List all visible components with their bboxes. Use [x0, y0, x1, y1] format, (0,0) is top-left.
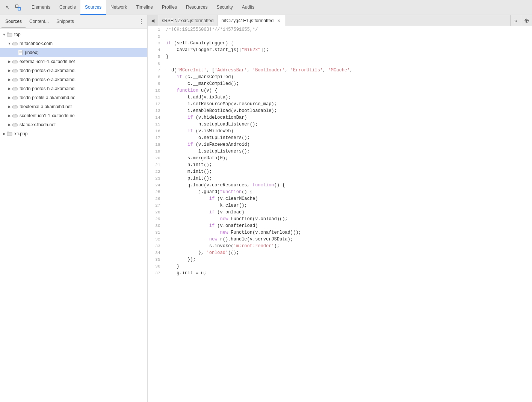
tree-label: fbcdn-photos-h-a.akamaihd.	[20, 86, 76, 91]
tree-item-scontent-icn1-1-xx-fbcdn-ne[interactable]: ▶scontent-icn1-1.xx.fbcdn.ne	[0, 111, 147, 120]
nav-tab-console[interactable]: Console	[55, 0, 80, 15]
cloud-icon	[12, 95, 18, 101]
tree-item--index-[interactable]: (index)	[0, 48, 147, 57]
line-number: 17	[148, 135, 163, 141]
tab-overflow-button[interactable]: »	[510, 15, 521, 26]
tree-item-external-icn1-1-xx-fbcdn-net[interactable]: ▶external-icn1-1.xx.fbcdn.net	[0, 57, 147, 66]
line-number: 14	[148, 114, 163, 121]
tree-label: static.xx.fbcdn.net	[20, 122, 56, 127]
tree-arrow: ▶	[7, 123, 12, 127]
file-icon	[17, 50, 23, 56]
code-row-11: 11 t.add(v.ixData);	[148, 94, 532, 101]
code-content: p.init();	[163, 175, 532, 182]
cloud-icon	[12, 104, 18, 110]
tree-arrow: ▶	[7, 105, 12, 109]
new-tab-button[interactable]: ⊕	[521, 15, 532, 26]
code-content: if (self.CavalryLogger) {	[163, 40, 532, 47]
code-content: n.init();	[163, 162, 532, 168]
code-row-12: 12 i.setResourceMap(v.resource_map);	[148, 101, 532, 107]
line-number: 8	[148, 74, 163, 80]
nav-tab-audits[interactable]: Audits	[237, 0, 259, 15]
line-number: 4	[148, 47, 163, 53]
tree-arrow: ▶	[7, 78, 12, 82]
code-content	[163, 33, 532, 40]
line-number: 2	[148, 33, 163, 40]
tree-label: fbcdn-photos-d-a.akamaihd.	[20, 68, 76, 73]
code-content: /*!CK:1912556063!*//*1457591655,*/	[163, 26, 532, 33]
cursor-icon[interactable]: ↖	[3, 3, 12, 12]
tree-item-fbcdn-profile-a-akamaihd-ne[interactable]: ▶fbcdn-profile-a.akamaihd.ne	[0, 93, 147, 102]
svg-rect-3	[7, 33, 9, 33]
tree-label: external-icn1-1.xx.fbcdn.net	[20, 59, 75, 64]
nav-tab-elements[interactable]: Elements	[27, 0, 55, 15]
code-row-24: 24 q.load(v.coreResources, function() {	[148, 182, 532, 189]
code-row-37: 37 g.init = u;	[148, 270, 532, 277]
code-row-35: 35 });	[148, 256, 532, 263]
line-number: 25	[148, 189, 163, 195]
code-content: h.setupLoadListener();	[163, 121, 532, 128]
line-number: 29	[148, 216, 163, 222]
tree-item-fbexternal-a-akamaihd-net[interactable]: ▶fbexternal-a.akamaihd.net	[0, 102, 147, 111]
code-row-9: 9 c.__markCompiled();	[148, 80, 532, 87]
sidebar-tab-snippets[interactable]: Snippets	[53, 15, 78, 28]
code-row-13: 13 i.enableBootload(v.bootloadable);	[148, 107, 532, 114]
nav-tab-profiles[interactable]: Profiles	[157, 0, 181, 15]
code-row-16: 16 if (v.isWildeWeb)	[148, 128, 532, 135]
main-nav-tabs: ElementsConsoleSourcesNetworkTimelinePro…	[27, 0, 259, 15]
tree-item-fbcdn-photos-d-a-akamaihd-[interactable]: ▶fbcdn-photos-d-a.akamaihd.	[0, 66, 147, 75]
code-editor[interactable]: 1/*!CK:1912556063!*//*1457591655,*/23if …	[148, 26, 532, 402]
line-number: 3	[148, 40, 163, 47]
code-content: new r().handle(v.serverJSData);	[163, 236, 532, 243]
inspect-icon[interactable]	[14, 3, 23, 12]
tab-label: sRSElNZxxrc.js:formatted	[162, 18, 213, 23]
svg-rect-1	[18, 8, 21, 10]
folder-icon	[7, 32, 13, 38]
code-content: });	[163, 256, 532, 263]
editor-tabs-bar: ◀ sRSElNZxxrc.js:formattedmfCiZyg41E1.js…	[148, 15, 532, 26]
line-number: 28	[148, 209, 163, 216]
nav-tab-timeline[interactable]: Timeline	[131, 0, 157, 15]
tab-close-button[interactable]: ×	[276, 18, 282, 24]
code-row-32: 32 new r().handle(v.serverJSData);	[148, 236, 532, 243]
code-content: g.init = u;	[163, 270, 532, 277]
tab-prev-button[interactable]: ◀	[148, 15, 158, 26]
tree-item-m-facebook-com[interactable]: ▼m.facebook.com	[0, 39, 147, 48]
code-content: if (v.isFacewebAndroid)	[163, 141, 532, 148]
code-row-33: 33 s.invoke('m:root:render');	[148, 243, 532, 249]
code-row-18: 18 if (v.isFacewebAndroid)	[148, 141, 532, 148]
line-number: 27	[148, 202, 163, 209]
cloud-icon	[12, 59, 18, 65]
code-row-20: 20 s.mergeData(0);	[148, 155, 532, 162]
code-content: c.__markCompiled();	[163, 80, 532, 87]
tree-item-fbcdn-photos-e-a-akamaihd-[interactable]: ▶fbcdn-photos-e-a.akamaihd.	[0, 75, 147, 84]
code-content: }	[163, 263, 532, 270]
svg-rect-0	[15, 5, 18, 8]
cloud-icon	[12, 122, 18, 128]
cloud-icon	[12, 113, 18, 119]
code-row-26: 26 if (v.clearMCache)	[148, 195, 532, 202]
tree-arrow: ▶	[7, 114, 12, 118]
editor-tab-srselnzxxrc-js-formatted[interactable]: sRSElNZxxrc.js:formatted	[158, 15, 218, 26]
nav-tab-sources[interactable]: Sources	[80, 0, 106, 15]
nav-tab-security[interactable]: Security	[212, 0, 237, 15]
code-row-5: 5}	[148, 53, 532, 60]
code-row-21: 21 n.init();	[148, 162, 532, 168]
tree-item-top[interactable]: ▼top	[0, 30, 147, 39]
line-number: 34	[148, 249, 163, 256]
tree-item-xti-php[interactable]: ▶xti.php	[0, 129, 147, 138]
tree-item-fbcdn-photos-h-a-akamaihd-[interactable]: ▶fbcdn-photos-h-a.akamaihd.	[0, 84, 147, 93]
nav-tab-resources[interactable]: Resources	[181, 0, 212, 15]
editor-tab-mfcizyg41e1-js-formatted[interactable]: mfCiZyg41E1.js:formatted×	[218, 15, 286, 26]
tree-arrow: ▶	[7, 60, 12, 63]
nav-tab-network[interactable]: Network	[106, 0, 131, 15]
line-number: 1	[148, 26, 163, 33]
editor-area: ◀ sRSElNZxxrc.js:formattedmfCiZyg41E1.js…	[148, 15, 532, 402]
sidebar-tab-content[interactable]: Content...	[26, 15, 53, 28]
code-row-4: 4 CavalryLogger.start_js(["Ni62x"]);	[148, 47, 532, 53]
sidebar-tab-sources[interactable]: Sources	[2, 15, 26, 28]
sidebar-more-button[interactable]: ⋮	[137, 17, 146, 26]
tree-item-static-xx-fbcdn-net[interactable]: ▶static.xx.fbcdn.net	[0, 120, 147, 129]
code-row-27: 27 k.clear();	[148, 202, 532, 209]
code-row-29: 29 new Function(v.onload)();	[148, 216, 532, 222]
code-row-8: 8 if (c.__markCompiled)	[148, 74, 532, 80]
